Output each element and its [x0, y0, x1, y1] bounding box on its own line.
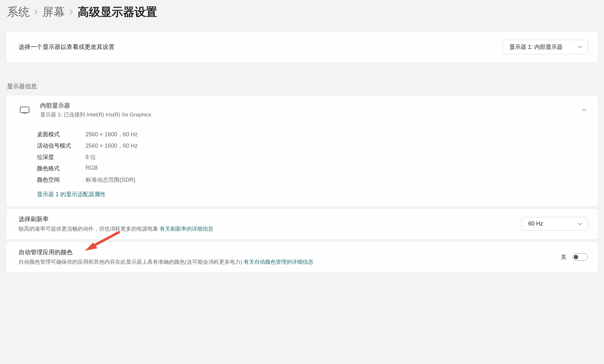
refresh-rate-card: 选择刷新率 较高的速率可提供更流畅的动作，但也消耗更多的电源电量 有关刷新率的详…	[6, 208, 598, 240]
chevron-up-icon	[582, 109, 587, 112]
prop-val: 8 位	[86, 153, 96, 161]
refresh-rate-selector[interactable]: 60 Hz	[522, 217, 588, 231]
breadcrumb: 系统 屏幕 高级显示器设置	[7, 4, 598, 20]
display-info-subtitle: 显示器 1: 已连接到 Intel(R) Iris(R) Xe Graphics	[40, 111, 151, 118]
toggle-knob	[574, 255, 578, 259]
display-selector-value: 显示器 1: 内部显示器	[509, 43, 563, 51]
monitor-icon	[20, 107, 29, 114]
display-info-title: 内部显示器	[40, 102, 151, 110]
prop-key: 活动信号模式	[37, 142, 86, 150]
auto-color-info-link[interactable]: 有关自动颜色管理的详细信息	[244, 259, 313, 265]
display-adapter-properties-link[interactable]: 显示器 1 的显示适配器属性	[37, 191, 106, 198]
display-info-header[interactable]: 内部显示器 显示器 1: 已连接到 Intel(R) Iris(R) Xe Gr…	[6, 95, 598, 123]
auto-color-toggle[interactable]	[572, 253, 588, 261]
chevron-down-icon	[577, 222, 583, 226]
display-info-body: 桌面模式 2560 × 1600，60 Hz 活动信号模式 2560 × 160…	[6, 123, 598, 206]
auto-color-desc: 自动颜色管理可确保你的应用和其他内容在此显示器上具有准确的颜色(这可能会消耗更多…	[19, 258, 561, 266]
refresh-rate-info-link[interactable]: 有关刷新率的详细信息	[160, 226, 213, 232]
select-display-label: 选择一个显示器以查看或更改其设置	[19, 43, 115, 51]
chevron-right-icon	[69, 8, 73, 17]
breadcrumb-system[interactable]: 系统	[7, 4, 30, 20]
prop-row-desktop-mode: 桌面模式 2560 × 1600，60 Hz	[37, 131, 585, 138]
chevron-down-icon	[577, 45, 583, 49]
prop-key: 桌面模式	[37, 131, 86, 138]
auto-color-card: 自动管理应用的颜色 自动颜色管理可确保你的应用和其他内容在此显示器上具有准确的颜…	[6, 242, 598, 273]
refresh-rate-desc: 较高的速率可提供更流畅的动作，但也消耗更多的电源电量 有关刷新率的详细信息	[19, 225, 522, 232]
prop-val: 2560 × 1600，60 Hz	[86, 131, 138, 138]
prop-val: 2560 × 1600，60 Hz	[86, 142, 138, 150]
prop-key: 位深度	[37, 153, 86, 161]
prop-row-active-signal: 活动信号模式 2560 × 1600，60 Hz	[37, 142, 585, 150]
prop-row-color-space: 颜色空间 标准动态范围(SDR)	[37, 176, 585, 184]
prop-key: 颜色空间	[37, 176, 86, 184]
refresh-rate-value: 60 Hz	[528, 220, 543, 227]
prop-val: 标准动态范围(SDR)	[86, 176, 135, 184]
prop-row-color-format: 颜色格式 RGB	[37, 165, 585, 172]
breadcrumb-display[interactable]: 屏幕	[42, 4, 65, 20]
display-selector[interactable]: 显示器 1: 内部显示器	[503, 40, 588, 54]
chevron-right-icon	[34, 8, 38, 17]
prop-val: RGB	[86, 165, 98, 172]
section-heading-display-info: 显示器信息	[7, 82, 598, 91]
page-title: 高级显示器设置	[78, 4, 157, 20]
auto-color-title: 自动管理应用的颜色	[19, 248, 561, 256]
prop-key: 颜色格式	[37, 165, 86, 172]
refresh-rate-title: 选择刷新率	[19, 215, 522, 223]
select-display-card: 选择一个显示器以查看或更改其设置 显示器 1: 内部显示器	[6, 31, 598, 63]
auto-color-toggle-state: 关	[561, 253, 566, 261]
svg-rect-0	[20, 107, 29, 113]
display-info-card: 内部显示器 显示器 1: 已连接到 Intel(R) Iris(R) Xe Gr…	[6, 95, 598, 207]
prop-row-bit-depth: 位深度 8 位	[37, 153, 585, 161]
